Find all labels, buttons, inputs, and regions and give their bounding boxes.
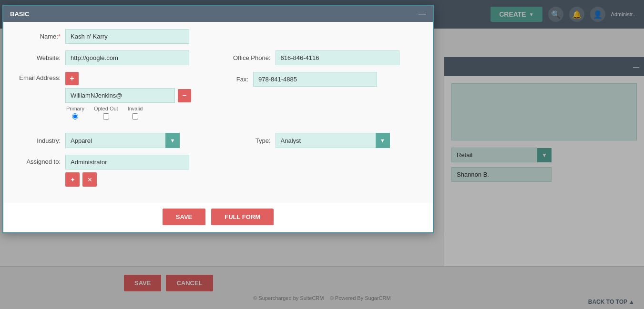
email-label: Email Address: [13,72,61,81]
modal-header: BASIC — [3,6,433,22]
type-group: Type: ▼ [223,133,424,148]
name-row: Name:* [13,29,423,44]
basic-modal: BASIC — Name:* Website: [2,5,434,233]
assigned-clear-button[interactable]: ✕ [82,172,97,187]
assigned-input[interactable] [65,155,189,169]
industry-type-row: Industry: ▼ Type: ▼ [13,133,423,148]
industry-select-wrapper: ▼ [65,133,180,148]
modal-overlay: BASIC — Name:* Website: [0,0,644,309]
invalid-checkbox-group: Invalid [128,106,143,120]
modal-title: BASIC [10,10,29,18]
name-input[interactable] [65,29,189,44]
opted-out-label: Opted Out [94,106,118,111]
opted-out-checkbox[interactable] [103,113,109,120]
email-add-button[interactable]: + [65,72,79,85]
industry-input[interactable] [65,133,165,148]
assigned-btn-row: ✦ ✕ [65,172,189,187]
invalid-checkbox[interactable] [132,113,138,120]
type-label: Type: [223,137,271,144]
modal-footer: SAVE FULL FORM [3,203,433,232]
type-dropdown-btn[interactable]: ▼ [376,133,390,148]
type-select-wrapper: ▼ [276,133,390,148]
invalid-label: Invalid [128,106,143,111]
type-input[interactable] [276,133,376,148]
email-checkboxes: Primary Opted Out Invalid [66,106,191,120]
assigned-controls: ✦ ✕ [65,155,189,187]
email-fax-row: Email Address: + − Primary [13,72,423,126]
email-section: Email Address: + − Primary [13,72,191,120]
name-label: Name:* [13,33,61,40]
website-label: Website: [13,54,61,61]
assigned-section: Assigned to: ✦ ✕ [13,155,423,187]
name-group: Name:* [13,29,214,44]
email-input[interactable] [65,88,175,103]
fax-group: Fax: [201,72,423,87]
primary-checkbox-group: Primary [66,106,84,120]
modal-close-button[interactable]: — [419,10,426,18]
assigned-label: Assigned to: [13,155,61,165]
modal-fullform-button[interactable]: FULL FORM [211,209,274,225]
fax-input[interactable] [253,72,377,87]
office-phone-group: Office Phone: [223,50,424,65]
fax-label: Fax: [201,76,248,83]
primary-radio[interactable] [72,113,78,120]
required-star: * [58,33,61,40]
email-controls: + − Primary Opted Out [65,72,191,120]
modal-save-button[interactable]: SAVE [163,209,205,225]
office-phone-label: Office Phone: [223,54,271,61]
email-remove-button[interactable]: − [178,89,191,102]
email-input-row: − [65,88,191,103]
modal-body: Name:* Website: Office Phone: [3,22,433,203]
industry-dropdown-btn[interactable]: ▼ [165,133,180,148]
opted-out-checkbox-group: Opted Out [94,106,118,120]
office-phone-input[interactable] [276,50,399,65]
website-phone-row: Website: Office Phone: [13,50,423,65]
website-group: Website: [13,50,214,65]
industry-group: Industry: ▼ [13,133,214,148]
assigned-select-button[interactable]: ✦ [65,172,80,187]
primary-label: Primary [66,106,84,111]
website-input[interactable] [65,50,189,65]
industry-label: Industry: [13,137,61,144]
